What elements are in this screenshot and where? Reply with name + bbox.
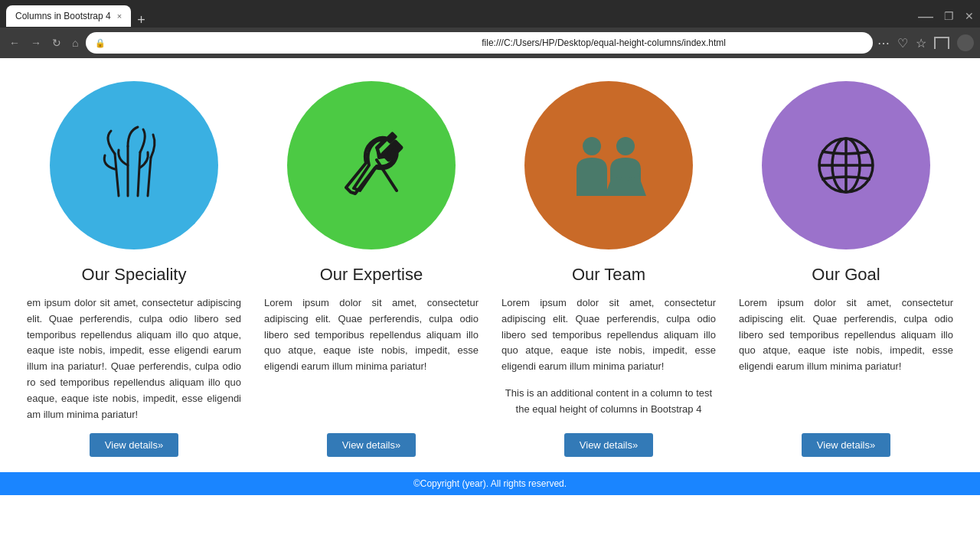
- browser-nav-icons: ⋯ ♡ ☆: [877, 34, 974, 51]
- avatar-icon[interactable]: [957, 34, 974, 51]
- svg-line-0: [115, 154, 119, 196]
- bookmark-heart-icon[interactable]: ♡: [897, 36, 908, 51]
- page-content: .gr{fill:none;stroke:#1a1a1a;stroke-widt…: [0, 58, 980, 472]
- grass-icon: .gr{fill:none;stroke:#1a1a1a;stroke-widt…: [96, 123, 172, 207]
- goal-text: Lorem ipsum dolor sit amet, consectetur …: [739, 295, 953, 375]
- tab-bar: Columns in Bootstrap 4 × +: [6, 5, 150, 27]
- forward-button[interactable]: →: [28, 34, 44, 52]
- circle-expertise: .tk{fill:none;stroke:#1a1a1a;stroke-widt…: [287, 81, 456, 249]
- circle-speciality: .gr{fill:none;stroke:#1a1a1a;stroke-widt…: [50, 81, 218, 249]
- globe-icon: .gl{fill:none;stroke:#1a1a1a;stroke-widt…: [808, 127, 884, 204]
- library-icon[interactable]: [934, 37, 949, 49]
- goal-title: Our Goal: [812, 265, 880, 285]
- new-tab-button[interactable]: +: [132, 13, 150, 27]
- menu-icon[interactable]: ⋯: [877, 36, 890, 51]
- speciality-view-button[interactable]: View details»: [90, 433, 178, 457]
- col-team: Our Team Lorem ipsum dolor sit amet, con…: [490, 81, 727, 472]
- columns-wrapper: .gr{fill:none;stroke:#1a1a1a;stroke-widt…: [15, 81, 965, 472]
- tools-icon: .tk{fill:none;stroke:#1a1a1a;stroke-widt…: [329, 123, 413, 207]
- expertise-view-button[interactable]: View details»: [327, 433, 416, 457]
- active-tab[interactable]: Columns in Bootstrap 4 ×: [6, 5, 131, 27]
- nav-bar: ← → ↻ ⌂ 🔒 file:///C:/Users/HP/Desktop/eq…: [0, 28, 980, 58]
- refresh-button[interactable]: ↻: [49, 34, 64, 52]
- footer-text: ©Copyright (year). All rights reserved.: [413, 478, 567, 489]
- circle-team: [524, 81, 693, 249]
- team-extra-text: This is an additional content in a colum…: [501, 386, 716, 418]
- svg-point-8: [616, 137, 635, 155]
- team-text: Lorem ipsum dolor sit amet, consectetur …: [501, 295, 716, 375]
- speciality-text: em ipsum dolor sit amet, consectetur adi…: [27, 295, 241, 422]
- footer: ©Copyright (year). All rights reserved.: [0, 472, 980, 495]
- star-icon[interactable]: ☆: [916, 36, 926, 51]
- team-title: Our Team: [572, 265, 645, 285]
- col-goal: .gl{fill:none;stroke:#1a1a1a;stroke-widt…: [727, 81, 965, 472]
- speciality-title: Our Speciality: [82, 265, 187, 285]
- col-speciality: .gr{fill:none;stroke:#1a1a1a;stroke-widt…: [15, 81, 253, 472]
- address-bar[interactable]: 🔒 file:///C:/Users/HP/Desktop/equal-heig…: [86, 32, 873, 54]
- restore-button[interactable]: ❐: [944, 10, 954, 22]
- tab-close-button[interactable]: ×: [117, 11, 122, 21]
- svg-line-2: [138, 152, 140, 196]
- col-expertise: .tk{fill:none;stroke:#1a1a1a;stroke-widt…: [253, 81, 490, 472]
- svg-line-3: [148, 158, 151, 196]
- svg-point-7: [583, 137, 601, 155]
- goal-view-button[interactable]: View details»: [802, 433, 890, 457]
- address-text: file:///C:/Users/HP/Desktop/equal-height…: [482, 37, 864, 48]
- browser-chrome: Columns in Bootstrap 4 × + — ❐ ✕: [0, 0, 980, 28]
- team-view-button[interactable]: View details»: [564, 433, 653, 457]
- home-button[interactable]: ⌂: [69, 34, 81, 52]
- close-window-button[interactable]: ✕: [965, 10, 974, 22]
- expertise-title: Our Expertise: [320, 265, 423, 285]
- back-button[interactable]: ←: [6, 34, 23, 52]
- circle-goal: .gl{fill:none;stroke:#1a1a1a;stroke-widt…: [762, 81, 930, 249]
- tab-title: Columns in Bootstrap 4: [15, 11, 111, 21]
- minimize-button[interactable]: —: [918, 8, 933, 25]
- expertise-text: Lorem ipsum dolor sit amet, consectetur …: [264, 295, 479, 375]
- people-icon: [563, 123, 655, 207]
